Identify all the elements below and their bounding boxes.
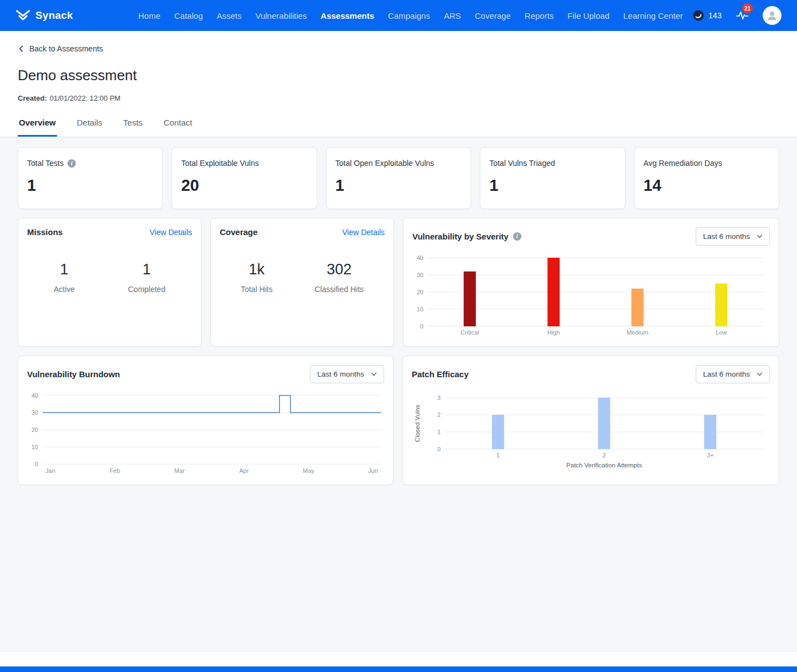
info-icon[interactable]: i (68, 159, 76, 168)
notifications-button[interactable]: 21 (736, 9, 748, 22)
nav-ars[interactable]: ARS (444, 11, 461, 20)
coverage-classified-hits-label: Classified Hits (314, 285, 364, 294)
patch-title: Patch Efficacy (412, 369, 469, 379)
missions-stats: 1 Active 1 Completed (27, 261, 192, 294)
stat-label: Avg Remediation Days (644, 159, 770, 168)
burndown-title: Vulnerability Burndown (27, 369, 120, 379)
nav-assessments[interactable]: Assessments (320, 11, 374, 20)
burndown-range-dropdown[interactable]: Last 6 months (310, 365, 384, 383)
credits-indicator[interactable]: 143 (693, 10, 722, 21)
chevron-down-icon (371, 372, 377, 377)
svg-text:Critical: Critical (460, 329, 479, 336)
stat-label-text: Total Vulns Triaged (489, 159, 555, 168)
svg-text:10: 10 (417, 306, 423, 312)
missions-title: Missions (27, 227, 63, 237)
svg-text:2: 2 (602, 452, 605, 459)
svg-text:2: 2 (437, 411, 441, 418)
coverage-classified-hits-value: 302 (314, 261, 364, 278)
stat-label-text: Avg Remediation Days (644, 159, 722, 168)
brand[interactable]: Synack (15, 9, 73, 22)
stat-label: Total Tests i (27, 159, 153, 168)
stat-card-total-open-exploitable-vulns: Total Open Exploitable Vulns 1 (326, 147, 471, 209)
tab-details[interactable]: Details (76, 117, 103, 137)
stat-card-total-vulns-triaged: Total Vulns Triaged 1 (480, 147, 625, 209)
stat-value: 20 (181, 176, 307, 195)
stat-value: 1 (489, 176, 615, 195)
nav-campaigns[interactable]: Campaigns (388, 11, 430, 20)
stat-card-total-tests: Total Tests i 1 (18, 147, 163, 209)
nav-file-upload[interactable]: File Upload (567, 11, 609, 20)
stat-value: 1 (335, 176, 462, 195)
vulnerability-burndown-card: Vulnerability Burndown Last 6 months 010… (18, 356, 394, 485)
svg-text:0: 0 (35, 461, 38, 467)
created-line: Created:01/01/2022; 12:00 PM (18, 94, 779, 102)
svg-text:1: 1 (496, 452, 500, 459)
stat-label-text: Total Exploitable Vulns (181, 159, 258, 168)
assessment-tabs: Overview Details Tests Contact (18, 117, 779, 137)
back-link-label: Back to Assessments (29, 44, 103, 53)
nav-home[interactable]: Home (138, 11, 161, 20)
svg-text:40: 40 (32, 392, 38, 399)
created-value: 01/01/2022; 12:00 PM (50, 94, 121, 102)
svg-text:40: 40 (417, 254, 423, 261)
svg-text:0: 0 (437, 446, 441, 452)
svg-text:20: 20 (32, 426, 38, 433)
stat-value: 14 (644, 176, 770, 195)
coverage-title: Coverage (220, 227, 257, 237)
main-content: Total Tests i 1 Total Exploitable Vulns … (0, 137, 797, 652)
avatar[interactable] (763, 6, 782, 25)
brand-name: Synack (35, 9, 73, 22)
stat-label: Total Exploitable Vulns (181, 159, 307, 168)
tab-overview[interactable]: Overview (18, 117, 57, 137)
severity-chart: 010203040CriticalHighMediumLow (412, 253, 770, 337)
svg-text:Patch Verification Attempts: Patch Verification Attempts (566, 462, 642, 468)
primary-nav: Home Catalog Assets Vulnerabilities Asse… (138, 11, 683, 20)
svg-text:High: High (547, 329, 560, 336)
coverage-view-details-link[interactable]: View Details (342, 228, 385, 237)
nav-right: 143 21 (693, 6, 782, 25)
credits-count: 143 (708, 11, 722, 20)
svg-text:10: 10 (32, 444, 38, 450)
nav-assets[interactable]: Assets (216, 11, 241, 20)
created-label: Created: (18, 94, 47, 102)
patch-range-dropdown[interactable]: Last 6 months (696, 365, 770, 383)
svg-text:Low: Low (716, 329, 727, 336)
burndown-chart: 010203040JanFebMarAprMayJun (27, 391, 384, 476)
stat-label-text: Total Tests (27, 159, 64, 168)
missions-active-label: Active (54, 285, 75, 294)
nav-vulnerabilities[interactable]: Vulnerabilities (255, 11, 307, 20)
missions-active-value: 1 (54, 261, 75, 278)
vulnerability-by-severity-card: Vulnerability by Severity i Last 6 month… (403, 218, 779, 347)
svg-text:May: May (303, 467, 314, 474)
missions-view-details-link[interactable]: View Details (149, 228, 192, 237)
stat-label-text: Total Open Exploitable Vulns (335, 159, 434, 168)
svg-text:Feb: Feb (110, 467, 120, 474)
svg-text:Mar: Mar (174, 467, 185, 474)
missions-completed-label: Completed (128, 285, 165, 294)
severity-range-dropdown[interactable]: Last 6 months (696, 227, 770, 246)
coverage-total-hits-value: 1k (241, 261, 273, 278)
patch-range-value: Last 6 months (703, 370, 750, 378)
burndown-range-value: Last 6 months (317, 370, 364, 378)
page-header: Back to Assessments Demo assessment Crea… (0, 31, 797, 137)
info-icon[interactable]: i (513, 232, 521, 241)
footer-bar (0, 666, 797, 672)
nav-reports[interactable]: Reports (525, 11, 554, 20)
coverage-classified-hits-stat: 302 Classified Hits (314, 261, 364, 294)
missions-active-stat: 1 Active (54, 261, 75, 294)
nav-catalog[interactable]: Catalog (174, 11, 203, 20)
tab-tests[interactable]: Tests (122, 117, 144, 137)
nav-coverage[interactable]: Coverage (475, 11, 511, 20)
svg-text:0: 0 (420, 323, 423, 330)
svg-text:1: 1 (437, 429, 441, 435)
nav-learning-center[interactable]: Learning Center (623, 11, 683, 20)
patch-efficacy-chart: 0123123+Patch Verification AttemptsClose… (412, 393, 770, 469)
credits-coin-icon (693, 10, 704, 21)
middle-row: Missions View Details 1 Active 1 Complet… (18, 218, 779, 347)
user-icon (766, 9, 778, 22)
stats-row: Total Tests i 1 Total Exploitable Vulns … (18, 147, 779, 209)
tab-contact[interactable]: Contact (163, 117, 194, 137)
back-link[interactable]: Back to Assessments (18, 44, 103, 53)
notification-badge: 21 (742, 3, 753, 13)
svg-text:Medium: Medium (627, 329, 648, 336)
